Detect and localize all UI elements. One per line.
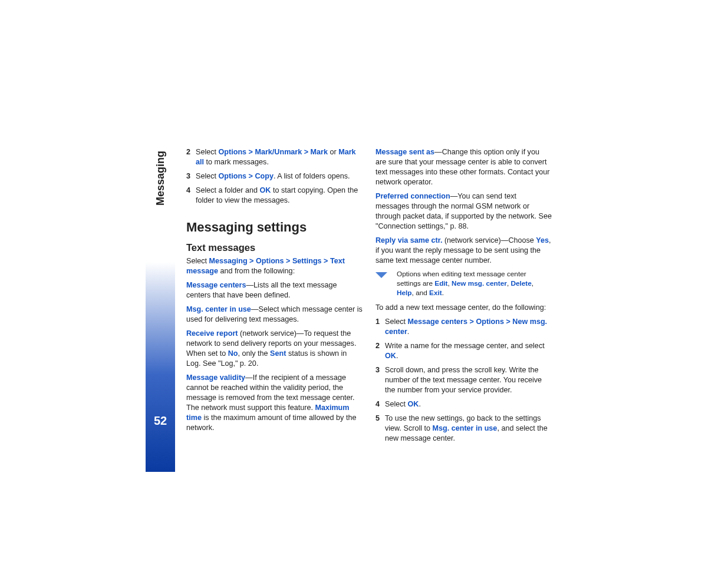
ui-term: Settings <box>292 257 322 265</box>
list-marker: 5 <box>375 414 385 444</box>
ui-term: No <box>228 349 238 358</box>
list-item: 1 Select Message centers > Options > New… <box>375 317 552 337</box>
ui-term: Yes <box>536 236 549 244</box>
list-marker: 3 <box>186 171 196 181</box>
list-item: 4 Select a folder and OK to start copyin… <box>186 186 363 206</box>
ui-term: Options <box>219 148 247 156</box>
ui-term: Delete <box>510 279 531 287</box>
ui-term: Receive report <box>186 329 238 338</box>
paragraph: Receive report (network service)—To requ… <box>186 329 363 369</box>
list-item: 3 Scroll down, and press the scroll key.… <box>375 365 552 395</box>
paragraph: Reply via same ctr. (network service)—Ch… <box>375 236 552 266</box>
ui-term: Edit <box>434 279 447 287</box>
list-marker: 4 <box>186 186 196 206</box>
ui-term: Message centers <box>408 318 468 326</box>
paragraph: Message sent as—Change this option only … <box>375 147 552 187</box>
ui-term: Sent <box>270 349 286 358</box>
ui-term: Reply via same ctr. <box>375 236 442 244</box>
svg-marker-0 <box>375 272 387 278</box>
ui-term: Mark <box>311 148 328 156</box>
ui-term: Preferred connection <box>375 192 450 200</box>
page-content: 2 Select Options > Mark/Unmark > Mark or… <box>186 147 552 444</box>
ui-term: Message centers <box>186 281 246 289</box>
list-item: 5 To use the new settings, go back to th… <box>375 414 552 444</box>
sidebar: Messaging 52 <box>146 97 175 472</box>
page-number: 52 <box>154 414 167 428</box>
paragraph: Message validity—If the recipient of a m… <box>186 373 363 433</box>
ui-term: Options <box>256 257 284 265</box>
paragraph: Preferred connection—You can send text m… <box>375 191 552 232</box>
list-marker: 2 <box>186 147 196 167</box>
tip-block: Options when editing text message center… <box>375 270 552 298</box>
list-item: 3 Select Options > Copy. A list of folde… <box>186 171 363 181</box>
heading-2: Text messages <box>186 241 363 254</box>
tip-icon <box>375 271 387 278</box>
ui-term: Messaging <box>209 257 248 265</box>
heading-1: Messaging settings <box>186 219 363 236</box>
ui-term: Msg. center in use <box>186 305 251 313</box>
ui-term: Options <box>476 318 504 326</box>
list-marker: 4 <box>375 399 385 409</box>
list-item: 2 Select Options > Mark/Unmark > Mark or… <box>186 147 363 167</box>
ui-term: Help <box>397 289 412 297</box>
paragraph: Select Messaging > Options > Settings > … <box>186 256 363 276</box>
ui-term: Msg. center in use <box>433 424 498 432</box>
list-item: 2 Write a name for the message center, a… <box>375 341 552 361</box>
list-marker: 1 <box>375 317 385 337</box>
ui-term: OK <box>408 400 419 408</box>
ui-term: OK <box>260 186 271 194</box>
ui-term: Options <box>219 172 247 180</box>
ui-term: Message validity <box>186 373 245 382</box>
ui-term: Exit <box>429 289 442 297</box>
paragraph: To add a new text message center, do the… <box>375 303 552 313</box>
ui-term: Copy <box>255 172 273 180</box>
ui-term: Message sent as <box>375 148 434 156</box>
ui-term: OK <box>385 352 396 360</box>
list-marker: 2 <box>375 341 385 361</box>
ui-term: Mark/Unmark <box>255 148 302 156</box>
paragraph: Msg. center in use—Select which message … <box>186 305 363 325</box>
paragraph: Message centers—Lists all the text messa… <box>186 280 363 300</box>
ui-term: New msg. center <box>452 279 507 287</box>
section-label: Messaging <box>154 151 167 206</box>
list-item: 4 Select OK. <box>375 399 552 409</box>
list-marker: 3 <box>375 365 385 395</box>
